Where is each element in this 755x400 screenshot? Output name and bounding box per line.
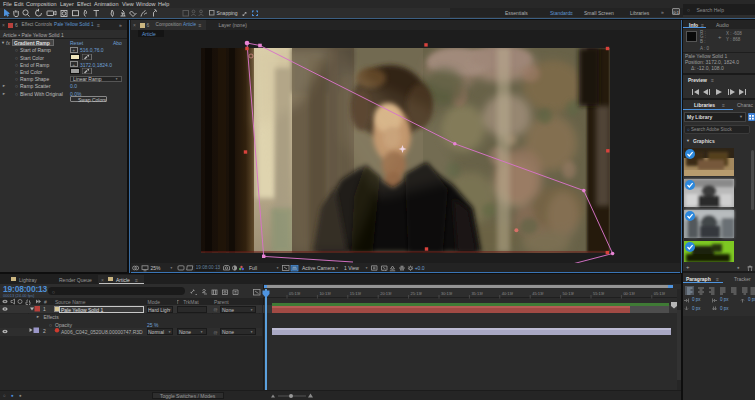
svg-text:1: 1 <box>43 307 46 313</box>
svg-text:50:13f: 50:13f <box>562 291 574 296</box>
svg-text:10:13f: 10:13f <box>319 291 331 296</box>
svg-text:35:13f: 35:13f <box>471 291 483 296</box>
svg-text:30:13f: 30:13f <box>441 291 453 296</box>
svg-text:05:13f: 05:13f <box>289 291 301 296</box>
svg-text:55:13f: 55:13f <box>593 291 605 296</box>
svg-text:00:13f: 00:13f <box>623 291 635 296</box>
svg-text:40:13f: 40:13f <box>501 291 513 296</box>
svg-text:#: # <box>44 299 47 305</box>
svg-text:20:13f: 20:13f <box>380 291 392 296</box>
svg-text:45:13f: 45:13f <box>532 291 544 296</box>
svg-text:15:13f: 15:13f <box>349 291 361 296</box>
svg-text:2: 2 <box>43 328 46 334</box>
svg-text:05:13f: 05:13f <box>653 291 665 296</box>
svg-text:25:13f: 25:13f <box>410 291 422 296</box>
